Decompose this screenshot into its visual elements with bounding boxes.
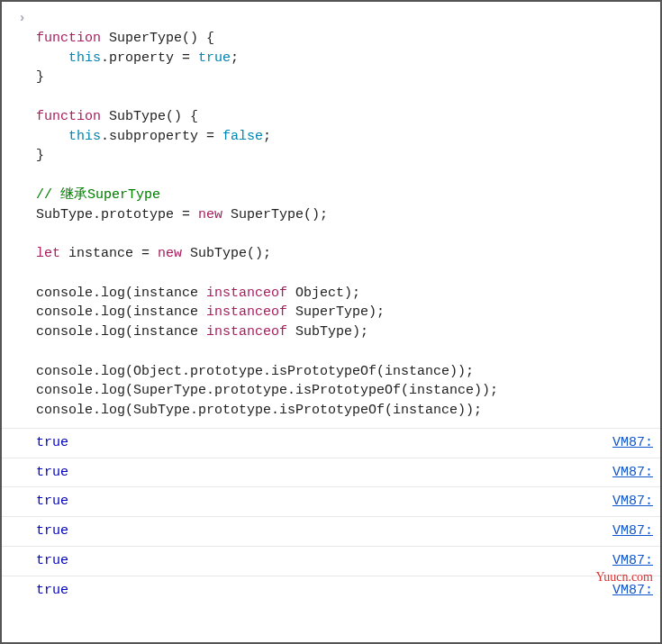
code-token: }: [36, 148, 44, 163]
output-value: true: [36, 551, 68, 571]
source-link[interactable]: VM87:: [612, 433, 653, 453]
code-token: SuperType);: [287, 304, 385, 320]
source-link[interactable]: VM87:: [612, 492, 653, 512]
code-token: instanceof: [206, 286, 287, 301]
code-token: new: [158, 246, 182, 261]
code-token: SubType);: [287, 324, 368, 340]
code-token: console.log(instance: [36, 304, 206, 320]
console-input[interactable]: ›function SuperType() { this.property = …: [2, 2, 660, 428]
code-token: SubType() {: [101, 109, 198, 124]
output-value: true: [36, 492, 68, 512]
code-token: SuperType() {: [101, 31, 214, 46]
code-token: this: [68, 129, 101, 144]
code-token: this: [68, 50, 101, 66]
code-token: console.log(instance: [36, 324, 206, 340]
code-token: console.log(SuperType.prototype.isProtot…: [36, 383, 498, 398]
code-token: SubType();: [182, 246, 271, 261]
source-link[interactable]: VM87:: [612, 463, 653, 483]
source-link[interactable]: VM87:: [612, 581, 653, 601]
code-token: console.log(SubType.prototype.isPrototyp…: [36, 403, 482, 418]
output-value: true: [36, 581, 68, 601]
console-output-row: true VM87:: [2, 576, 660, 605]
console-output-row: true VM87:: [2, 516, 660, 546]
code-token: ;: [263, 129, 271, 144]
code-token: console.log(instance: [36, 286, 206, 301]
code-token: SubType.prototype =: [36, 207, 198, 222]
code-token: .subproperty =: [101, 129, 222, 144]
code-token: let: [36, 246, 60, 261]
console-output-row: true VM87:: [2, 428, 660, 458]
code-token: ;: [231, 50, 239, 66]
output-value: true: [36, 463, 68, 483]
code-token: new: [198, 207, 222, 222]
output-value: true: [36, 433, 68, 453]
code-token: console.log(Object.prototype.isPrototype…: [36, 364, 474, 379]
code-token: true: [198, 50, 231, 66]
source-link[interactable]: VM87:: [612, 551, 653, 571]
code-token: false: [222, 129, 263, 144]
code-token: function: [36, 109, 101, 124]
code-token: Object);: [287, 286, 360, 301]
code-token: instanceof: [206, 304, 287, 320]
prompt-icon: ›: [18, 9, 26, 29]
console-output-row: true VM87:: [2, 486, 660, 516]
code-token: instanceof: [206, 324, 287, 340]
output-value: true: [36, 522, 68, 541]
console-output-row: true VM87:: [2, 458, 660, 487]
code-token: .property =: [101, 50, 198, 66]
console-output-row: true VM87:: [2, 546, 660, 576]
code-token: SuperType();: [222, 207, 328, 222]
code-token: instance =: [60, 246, 158, 261]
code-comment: // 继承SuperType: [36, 187, 160, 203]
source-link[interactable]: VM87:: [612, 522, 653, 541]
code-token: function: [36, 31, 101, 46]
code-token: }: [36, 69, 44, 85]
